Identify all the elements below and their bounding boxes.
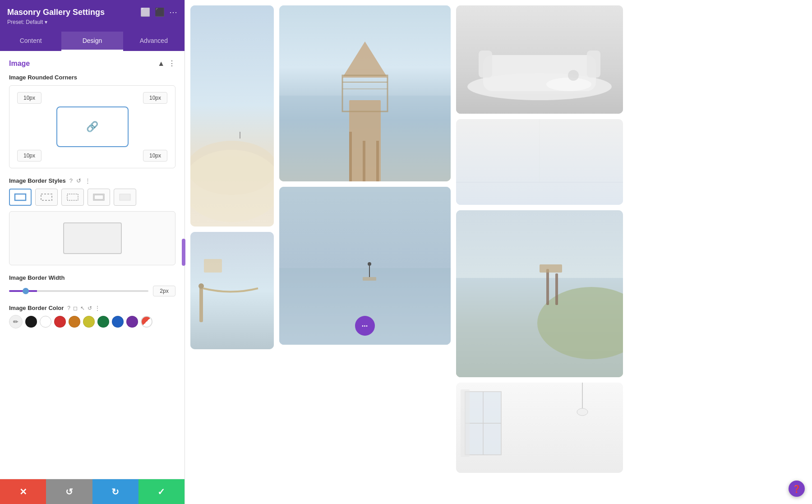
- color-reset-icon[interactable]: ↺: [88, 305, 92, 311]
- svg-rect-42: [546, 269, 549, 305]
- border-width-slider-row: [9, 286, 175, 296]
- columns-icon[interactable]: ⬛: [155, 7, 165, 17]
- image-section-header: Image ▲ ⋮: [9, 59, 175, 68]
- image-section-title: Image: [9, 60, 30, 68]
- color-more-icon[interactable]: ⋮: [95, 305, 100, 311]
- undo-button[interactable]: ↺: [46, 479, 92, 504]
- border-style-none[interactable]: [114, 189, 136, 206]
- more-options-icon[interactable]: ⋯: [169, 7, 177, 17]
- corner-preview-box: 🔗: [56, 106, 129, 147]
- svg-rect-43: [555, 273, 558, 305]
- chat-bubble[interactable]: •••: [355, 316, 375, 336]
- border-style-options: [9, 189, 175, 206]
- color-header: Image Border Color ? ◻ ↖ ↺ ⋮: [9, 305, 175, 311]
- main-content: •••: [185, 0, 812, 504]
- border-style-dashed1[interactable]: [35, 189, 58, 206]
- gallery-image-sky-sand: [190, 5, 274, 227]
- svg-rect-17: [349, 132, 352, 181]
- svg-point-8: [190, 150, 274, 222]
- chat-dots-icon: •••: [362, 324, 368, 328]
- swatch-green[interactable]: [97, 316, 109, 328]
- color-tool-pointer-icon[interactable]: ↖: [80, 305, 85, 311]
- gallery-image-sofa-white: [456, 5, 623, 114]
- border-preview-box: [9, 211, 175, 265]
- svg-rect-18: [363, 141, 365, 181]
- gallery-image-empty-room: [456, 119, 623, 205]
- svg-point-35: [568, 70, 579, 81]
- border-styles-more-icon[interactable]: ⋮: [85, 177, 91, 184]
- gallery-image-dock-hillside: [456, 210, 623, 377]
- rounded-corners-container: 🔗: [9, 85, 175, 168]
- corner-top-left[interactable]: [17, 92, 42, 104]
- color-tool-square-icon[interactable]: ◻: [73, 305, 78, 311]
- tab-content[interactable]: Content: [0, 32, 61, 51]
- swatch-purple[interactable]: [126, 316, 138, 328]
- corner-bottom-left[interactable]: [17, 150, 42, 162]
- link-icon[interactable]: 🔗: [86, 121, 98, 133]
- border-color-section: Image Border Color ? ◻ ↖ ↺ ⋮ ✏: [9, 305, 175, 328]
- svg-rect-11: [199, 286, 203, 322]
- svg-rect-44: [540, 264, 562, 273]
- border-style-solid[interactable]: [9, 189, 32, 206]
- swatch-yellow[interactable]: [83, 316, 95, 328]
- save-button[interactable]: ✓: [138, 479, 185, 504]
- tabs-bar: Content Design Advanced: [0, 32, 185, 51]
- border-width-section: Image Border Width: [9, 274, 175, 296]
- border-width-value[interactable]: [153, 286, 175, 296]
- border-styles-reset-icon[interactable]: ↺: [76, 177, 81, 184]
- swatch-blue[interactable]: [112, 316, 124, 328]
- border-width-slider[interactable]: [9, 290, 148, 292]
- svg-rect-1: [41, 194, 52, 200]
- gallery-col-1: [190, 5, 274, 499]
- svg-rect-19: [376, 141, 379, 181]
- redo-button[interactable]: ↻: [92, 479, 138, 504]
- help-fab[interactable]: ❓: [789, 481, 805, 497]
- help-fab-icon: ❓: [792, 485, 801, 493]
- gallery-image-rope-beach: [190, 232, 274, 349]
- swatch-orange[interactable]: [69, 316, 80, 328]
- border-style-dashed2[interactable]: [61, 189, 84, 206]
- sidebar-title: Masonry Gallery Settings: [7, 8, 105, 17]
- swatch-black[interactable]: [25, 316, 37, 328]
- tab-design[interactable]: Design: [61, 32, 123, 51]
- eyedropper-button[interactable]: ✏: [9, 315, 23, 328]
- border-preview-inner: [63, 222, 122, 254]
- svg-rect-5: [120, 194, 130, 200]
- swatch-edit-custom[interactable]: [141, 316, 152, 328]
- resize-handle[interactable]: [182, 239, 185, 266]
- corner-bottom-right[interactable]: [143, 150, 167, 162]
- sidebar-footer: ✕ ↺ ↻ ✓: [0, 479, 185, 504]
- gallery-col-2: •••: [279, 5, 451, 499]
- svg-point-51: [577, 408, 588, 416]
- section-collapse-icon[interactable]: ▲: [157, 60, 165, 68]
- color-swatches: ✏: [9, 315, 175, 328]
- sidebar: Masonry Gallery Settings ⬜ ⬛ ⋯ Preset: D…: [0, 0, 185, 504]
- header-icons: ⬜ ⬛ ⋯: [140, 7, 177, 17]
- preset-label[interactable]: Preset: Default ▾: [7, 19, 177, 25]
- tab-advanced[interactable]: Advanced: [123, 32, 185, 51]
- resize-icon[interactable]: ⬜: [140, 7, 150, 17]
- svg-rect-2: [67, 194, 78, 200]
- svg-point-27: [368, 262, 371, 266]
- section-options-icon[interactable]: ⋮: [168, 59, 175, 68]
- gallery-image-white-room: [456, 383, 623, 473]
- gallery-image-ocean-person: •••: [279, 187, 451, 345]
- corner-top-right[interactable]: [143, 92, 167, 104]
- svg-rect-49: [461, 389, 470, 457]
- swatch-white[interactable]: [40, 316, 51, 328]
- border-styles-label: Image Border Styles: [9, 177, 66, 184]
- swatch-red[interactable]: [54, 316, 66, 328]
- color-help-icon[interactable]: ?: [67, 305, 70, 311]
- svg-rect-28: [363, 277, 376, 281]
- border-style-double[interactable]: [88, 189, 110, 206]
- svg-rect-4: [94, 195, 103, 199]
- color-tools: ? ◻ ↖ ↺ ⋮: [67, 305, 100, 311]
- gallery-grid: •••: [185, 0, 812, 504]
- rounded-corners-label: Image Rounded Corners: [9, 74, 175, 81]
- gallery-col-3: [456, 5, 623, 499]
- svg-point-34: [546, 78, 591, 91]
- cancel-button[interactable]: ✕: [0, 479, 46, 504]
- sidebar-header: Masonry Gallery Settings ⬜ ⬛ ⋯ Preset: D…: [0, 0, 185, 32]
- border-styles-help-icon[interactable]: ?: [69, 177, 73, 184]
- border-width-label: Image Border Width: [9, 274, 175, 281]
